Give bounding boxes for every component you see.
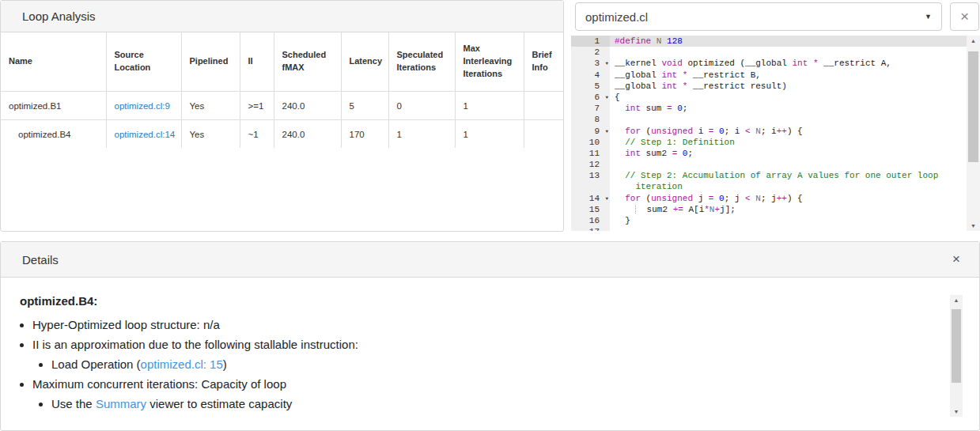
code-line: 14▼ for (unsigned j = 0; j < N; j++) { [571, 193, 980, 204]
details-sublist: Load Operation (optimized.cl: 15) [32, 357, 948, 371]
close-icon: × [960, 8, 969, 25]
cell-source_location: optimized.cl:14 [106, 120, 181, 149]
code-scrollbar-thumb[interactable] [968, 51, 978, 162]
line-number: 9 [571, 126, 600, 137]
cell-source_location: optimized.cl:9 [106, 92, 181, 120]
code-text [610, 114, 980, 125]
cell-ii: >=1 [240, 92, 274, 120]
line-number: 16 [571, 215, 600, 226]
code-text [610, 159, 980, 170]
table-row[interactable]: optimized.B1optimized.cl:9Yes>=1240.0501 [1, 92, 563, 120]
scroll-down-icon[interactable]: ▼ [967, 221, 980, 231]
line-number: 15 [571, 204, 600, 215]
fold-arrow-icon[interactable]: ▼ [605, 93, 608, 104]
gutter-cell: 10 [571, 137, 610, 148]
details-link[interactable]: optimized.cl: 15 [141, 357, 223, 371]
gutter-cell: 5 [571, 81, 610, 92]
details-content: optimized.B4: Hyper-Optimized loop struc… [1, 278, 979, 410]
cell-max_interleaving: 1 [455, 120, 524, 149]
code-line: 7 int sum = 0; [571, 103, 980, 114]
gutter-cell: 2 [571, 47, 610, 58]
source-location-link[interactable]: optimized.cl:14 [115, 130, 176, 139]
code-line: 2 [571, 47, 980, 58]
file-selector-value: optimized.cl [585, 10, 648, 24]
details-text: Load Operation ( [51, 357, 141, 371]
code-line: 4__global int * __restrict B, [571, 70, 980, 81]
column-header-7: Max Interleaving Iterations [455, 32, 524, 92]
column-header-0: Name [1, 32, 106, 92]
fold-arrow-icon[interactable]: ▼ [605, 127, 608, 138]
cell-pipelined: Yes [181, 120, 240, 149]
code-line: 5__global int * __restrict result) [571, 81, 980, 92]
cell-latency: 5 [341, 92, 388, 120]
line-number: 14 [571, 193, 600, 204]
code-editor: 1#define N 12823▼__kernel void optimized… [571, 36, 980, 231]
code-line: 8 [571, 114, 980, 125]
line-number: 12 [571, 159, 600, 170]
code-line: iteration [571, 181, 980, 192]
code-text: // Step 2: Accumulation of array A value… [610, 170, 980, 181]
fold-arrow-icon[interactable]: ▼ [605, 59, 608, 70]
details-item: Load Operation (optimized.cl: 15) [51, 357, 948, 371]
code-line: 16 } [571, 215, 980, 226]
details-list: Hyper-Optimized loop structure: n/aII is… [20, 318, 948, 410]
gutter-cell: 3▼ [571, 58, 610, 69]
code-line: 9▼ for (unsigned i = 0; i < N; i++) { [571, 126, 980, 137]
code-text: for (unsigned j = 0; j < N; j++) { [610, 193, 980, 204]
cell-brief_info [524, 120, 563, 149]
code-line: 12 [571, 159, 980, 170]
cell-name: optimized.B1 [1, 92, 106, 120]
details-header: Details × [1, 242, 979, 278]
file-selector-dropdown[interactable]: optimized.cl ▼ [575, 2, 942, 31]
details-link[interactable]: Summary [96, 397, 146, 410]
details-scrollbar-thumb[interactable] [952, 309, 961, 383]
column-header-1: Source Location [106, 32, 181, 92]
column-header-8: Brief Info [524, 32, 563, 92]
details-text: ) [223, 357, 227, 371]
cell-ii: ~1 [240, 120, 274, 149]
cell-brief_info [524, 92, 563, 120]
details-close-icon[interactable]: × [952, 251, 960, 267]
gutter-cell: 8 [571, 114, 610, 125]
code-line: 1#define N 128 [571, 36, 980, 47]
gutter-cell: 13 [571, 170, 610, 181]
fold-arrow-icon[interactable]: ▼ [605, 194, 608, 205]
code-text: __global int * __restrict B, [610, 70, 980, 81]
code-line: 11 int sum2 = 0; [571, 148, 980, 159]
cell-scheduled_fmax: 240.0 [274, 120, 341, 149]
line-number: 1 [571, 36, 600, 47]
column-header-6: Speculated Iterations [388, 32, 455, 92]
cell-latency: 170 [341, 120, 388, 149]
code-line: 6▼{ [571, 92, 980, 103]
code-line: 13 // Step 2: Accumulation of array A va… [571, 170, 980, 181]
line-number: 7 [571, 103, 600, 114]
scroll-up-icon[interactable]: ▲ [967, 36, 980, 46]
line-number: 17 [571, 226, 600, 231]
code-editor-scrollbar[interactable]: ▲ ▼ [967, 36, 980, 231]
scroll-up-icon[interactable]: ▲ [950, 295, 963, 305]
scroll-down-icon[interactable]: ▼ [950, 406, 963, 417]
loop-analysis-title: Loop Analysis [22, 9, 96, 23]
gutter-cell: 12 [571, 159, 610, 170]
chevron-down-icon: ▼ [925, 13, 932, 21]
source-location-link[interactable]: optimized.cl:9 [115, 101, 170, 111]
code-text: int sum2 = 0; [610, 148, 980, 159]
table-row[interactable]: optimized.B4optimized.cl:14Yes~1240.0170… [1, 120, 563, 149]
code-viewer-close-button[interactable]: × [950, 2, 979, 31]
gutter-cell: 4 [571, 70, 610, 81]
code-text: } [610, 215, 980, 226]
line-number: 5 [571, 81, 600, 92]
cell-speculated_iterations: 0 [388, 92, 455, 120]
line-number: 13 [571, 170, 600, 181]
details-scrollbar[interactable]: ▲ ▼ [950, 295, 963, 417]
code-line: 10 // Step 1: Definition [571, 137, 980, 148]
table-header-row: NameSource LocationPipelinedIIScheduled … [1, 32, 563, 92]
details-item: II is an approximation due to the follow… [32, 338, 948, 371]
details-item: Hyper-Optimized loop structure: n/a [32, 318, 948, 331]
column-header-5: Latency [341, 32, 388, 92]
code-text: { [610, 92, 980, 103]
cell-speculated_iterations: 1 [388, 120, 455, 149]
gutter-cell [571, 181, 610, 192]
column-header-2: Pipelined [181, 32, 240, 92]
gutter-cell: 16 [571, 215, 610, 226]
